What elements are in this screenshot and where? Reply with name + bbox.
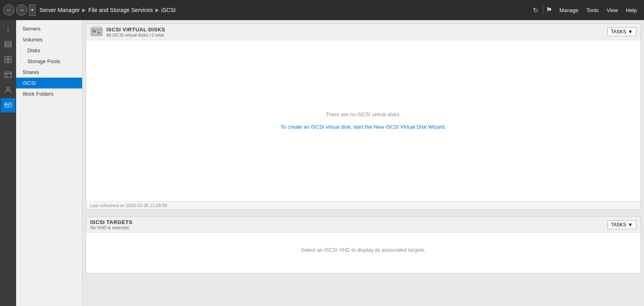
iscsi-vd-refresh-text: Last refreshed on 2020-03-26 11:28:08 [90, 203, 167, 208]
title-actions: ↻ ⚑ [531, 5, 552, 15]
iscsi-targets-body: Select an iSCSI VHD to display its assoc… [86, 233, 640, 273]
divider [543, 5, 543, 15]
iscsi-targets-subtitle: No VHD is selected. [90, 225, 132, 230]
view-menu[interactable]: View [603, 0, 622, 20]
iscsi-targets-panel: iSCSI TARGETS No VHD is selected. TASKS … [86, 216, 641, 273]
manage-menu[interactable]: Manage [555, 0, 582, 20]
svg-point-21 [99, 33, 99, 33]
help-menu[interactable]: Help [622, 0, 641, 20]
iscsi-virtual-disks-panel: iSCSI VIRTUAL DISKS All iSCSI virtual di… [86, 23, 641, 210]
main-layout: ⋮ Servers Volumes Disks Storage Pools Sh… [0, 20, 644, 306]
iscsi-vd-icon [90, 26, 103, 37]
refresh-icon[interactable]: ↻ [531, 5, 541, 15]
sidebar-item-servers[interactable]: Servers [16, 23, 82, 34]
iscsi-vd-footer: Last refreshed on 2020-03-26 11:28:08 [86, 201, 640, 209]
sep1: ▶ [82, 7, 86, 13]
targets-tasks-dropdown-arrow: ▼ [628, 222, 633, 228]
breadcrumb: Server Manager ▶ File and Storage Servic… [39, 7, 531, 13]
svg-rect-4 [8, 56, 11, 59]
sep2: ▶ [155, 7, 159, 13]
svg-rect-12 [6, 104, 7, 105]
users-icon-btn[interactable] [1, 83, 15, 97]
tasks-dropdown-arrow: ▼ [628, 29, 633, 35]
iscsi-vd-tasks-button[interactable]: TASKS ▼ [607, 27, 636, 36]
tools-menu[interactable]: Tools [582, 0, 603, 20]
iscsi-targets-title-block: iSCSI TARGETS No VHD is selected. [90, 219, 132, 230]
sidebar-item-shares[interactable]: Shares [16, 67, 82, 78]
svg-rect-19 [93, 30, 96, 33]
title-bar: ← → ▼ Server Manager ▶ File and Storage … [0, 0, 644, 20]
svg-rect-3 [5, 56, 8, 59]
iscsi-vd-toolbar: TASKS ▼ [607, 27, 636, 36]
iscsi-vd-subtitle: All iSCSI virtual disks | 0 total [106, 33, 165, 37]
iscsi-targets-empty-text: Select an iSCSI VHD to display its assoc… [301, 247, 426, 253]
nav-dropdown-button[interactable]: ▼ [29, 4, 35, 16]
sidebar-item-disks[interactable]: Disks [16, 45, 82, 56]
iscsi-targets-tasks-button[interactable]: TASKS ▼ [607, 220, 636, 229]
iscsi-vd-wizard-link[interactable]: To create an iSCSI virtual disk, start t… [281, 124, 446, 130]
shares-icon-btn[interactable] [1, 68, 15, 82]
local-server-icon-btn[interactable] [1, 98, 15, 113]
iscsi-vd-title-block: iSCSI VIRTUAL DISKS All iSCSI virtual di… [106, 27, 165, 37]
iscsi-vd-header: iSCSI VIRTUAL DISKS All iSCSI virtual di… [86, 24, 640, 40]
nav-buttons: ← → ▼ [3, 4, 35, 16]
sidebar: Servers Volumes Disks Storage Pools Shar… [16, 20, 83, 306]
iscsi-targets-toolbar: TASKS ▼ [607, 220, 636, 229]
servers-icon-btn[interactable] [1, 37, 15, 51]
svg-rect-0 [5, 41, 11, 43]
svg-rect-18 [92, 27, 101, 29]
content-area: iSCSI VIRTUAL DISKS All iSCSI virtual di… [83, 20, 644, 306]
flag-icon[interactable]: ⚑ [546, 6, 552, 14]
iscsi-targets-title: iSCSI TARGETS [90, 219, 132, 225]
breadcrumb-iscsi[interactable]: iSCSI [161, 7, 176, 13]
storage-icon-btn[interactable] [1, 52, 15, 67]
forward-button[interactable]: → [16, 4, 27, 16]
svg-rect-7 [5, 72, 11, 78]
iscsi-vd-body: There are no iSCSI virtual disks. To cre… [86, 40, 640, 201]
breadcrumb-file-storage[interactable]: File and Storage Services [88, 7, 153, 13]
svg-rect-5 [5, 60, 8, 63]
sidebar-item-volumes[interactable]: Volumes [16, 34, 82, 45]
svg-point-10 [7, 88, 10, 90]
iscsi-targets-header: iSCSI TARGETS No VHD is selected. TASKS … [86, 217, 640, 233]
iscsi-vd-title: iSCSI VIRTUAL DISKS [106, 27, 165, 33]
sidebar-item-work-folders[interactable]: Work Folders [16, 88, 82, 99]
sidebar-item-iscsi[interactable]: iSCSI [16, 78, 82, 88]
back-button[interactable]: ← [3, 4, 14, 16]
svg-rect-1 [5, 43, 11, 45]
dashboard-icon-btn[interactable]: ⋮ [1, 22, 15, 36]
svg-rect-6 [8, 60, 11, 63]
app-name: Server Manager [39, 7, 80, 13]
icon-bar: ⋮ [0, 20, 16, 306]
sidebar-item-storage-pools[interactable]: Storage Pools [16, 56, 82, 67]
iscsi-vd-empty-text: There are no iSCSI virtual disks. [326, 111, 400, 117]
svg-rect-2 [5, 45, 11, 47]
